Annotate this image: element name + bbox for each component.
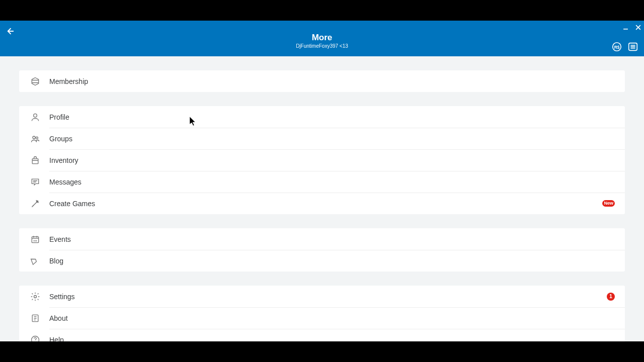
close-icon xyxy=(635,25,641,30)
robux-icon: R$ xyxy=(611,41,622,52)
row-label: Events xyxy=(49,235,71,243)
notification-badge: 1 xyxy=(607,293,615,301)
row-label: Groups xyxy=(49,135,72,143)
row-messages[interactable]: Messages xyxy=(19,171,625,193)
minimize-icon xyxy=(623,25,628,30)
menu-icon xyxy=(627,41,638,52)
create-games-icon xyxy=(30,199,49,209)
about-icon xyxy=(30,313,49,323)
events-icon xyxy=(30,234,49,244)
svg-point-14 xyxy=(33,136,35,139)
row-settings[interactable]: Settings 1 xyxy=(19,286,625,307)
settings-icon xyxy=(30,292,49,302)
inventory-icon xyxy=(30,155,49,165)
username-label: DjFuntimeFoxy397 <13 xyxy=(296,43,348,49)
row-label: Membership xyxy=(49,77,88,85)
row-label: Messages xyxy=(49,178,82,186)
row-profile[interactable]: Profile xyxy=(19,106,625,128)
row-label: Settings xyxy=(49,293,75,301)
row-label: Blog xyxy=(49,257,63,265)
section-system: Settings 1 About Help xyxy=(19,286,625,350)
svg-rect-21 xyxy=(32,237,38,243)
section-community: Events Blog xyxy=(19,228,625,272)
messages-icon xyxy=(30,177,49,187)
row-events[interactable]: Events xyxy=(19,228,625,250)
page-title: More xyxy=(296,33,348,43)
svg-point-28 xyxy=(34,295,37,298)
close-window-button[interactable] xyxy=(635,25,641,30)
row-label: Profile xyxy=(49,113,69,121)
profile-icon xyxy=(30,112,49,122)
svg-point-15 xyxy=(36,137,38,139)
minimize-button[interactable] xyxy=(623,25,628,30)
section-account: Profile Groups Inventory Messages xyxy=(19,106,625,214)
groups-icon xyxy=(30,134,49,144)
section-membership: Membership xyxy=(19,70,625,92)
row-blog[interactable]: Blog xyxy=(19,250,625,272)
menu-button[interactable] xyxy=(627,41,639,53)
svg-point-13 xyxy=(34,114,37,117)
content-area: Membership Profile Groups Inven xyxy=(0,56,644,350)
new-badge: New xyxy=(602,200,615,207)
svg-text:R$: R$ xyxy=(614,45,620,50)
robux-button[interactable]: R$ xyxy=(611,41,623,53)
row-membership[interactable]: Membership xyxy=(19,70,625,92)
row-label: Inventory xyxy=(49,156,78,164)
blog-icon xyxy=(30,256,49,266)
row-label: Create Games xyxy=(49,200,95,208)
row-inventory[interactable]: Inventory xyxy=(19,149,625,171)
row-groups[interactable]: Groups xyxy=(19,128,625,149)
row-create-games[interactable]: Create Games New xyxy=(19,193,625,214)
svg-rect-16 xyxy=(32,158,38,163)
row-label: About xyxy=(49,314,68,322)
app-header: More DjFuntimeFoxy397 <13 R$ xyxy=(0,21,644,56)
arrow-left-icon xyxy=(6,27,15,36)
row-about[interactable]: About xyxy=(19,307,625,329)
back-button[interactable] xyxy=(6,27,15,36)
membership-icon xyxy=(30,76,49,86)
svg-marker-10 xyxy=(32,77,38,85)
